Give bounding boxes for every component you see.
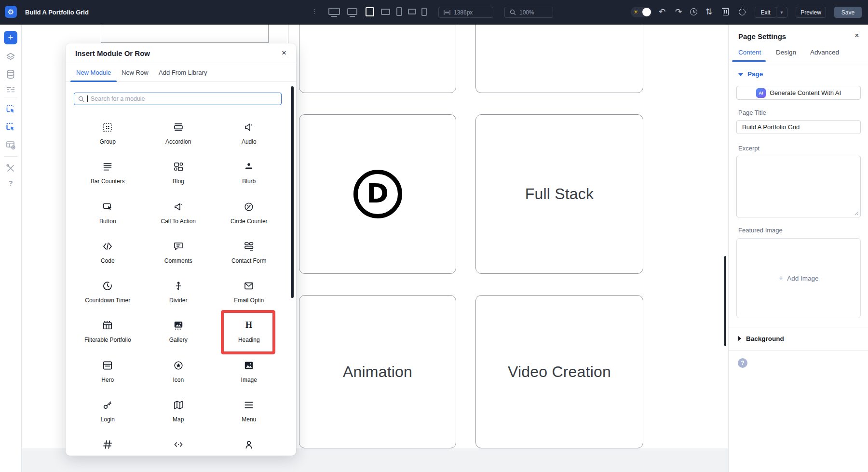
desktop2-view-icon[interactable] <box>347 8 357 15</box>
module-item-map[interactable]: Map <box>143 396 214 436</box>
ai-badge-icon: AI <box>756 88 766 98</box>
insert-module-active-icon[interactable] <box>5 121 16 133</box>
module-item-button[interactable]: Button <box>72 198 143 238</box>
portfolio-card-logo[interactable]: D <box>299 114 456 274</box>
module-item[interactable] <box>214 436 285 456</box>
module-item-countdown-timer[interactable]: Countdown Timer <box>72 277 143 317</box>
modal-close-icon[interactable]: × <box>279 48 289 58</box>
tools-icon[interactable] <box>5 162 16 174</box>
module-item-bar-counters[interactable]: Bar Counters <box>72 158 143 198</box>
module-item[interactable] <box>72 436 143 456</box>
generate-content-ai-button[interactable]: AI Generate Content With AI <box>736 86 861 100</box>
tab-content[interactable]: Content <box>738 46 761 59</box>
canvas-scrollbar[interactable] <box>724 256 726 346</box>
exit-button[interactable]: Exit <box>755 7 776 18</box>
builder-settings-icon[interactable]: ⚙ <box>5 6 17 18</box>
module-item-comments[interactable]: Comments <box>143 238 214 277</box>
circlecounter-icon <box>243 201 255 213</box>
module-item-blurb[interactable]: Blurb <box>214 158 285 198</box>
featured-image-box[interactable]: + Add Image <box>736 238 861 318</box>
layers-icon[interactable] <box>5 51 16 63</box>
tab-advanced[interactable]: Advanced <box>810 46 839 59</box>
page-section-toggle[interactable]: Page <box>738 70 763 78</box>
portfolio-card-animation[interactable]: Animation <box>299 295 456 448</box>
module-item-blog[interactable]: Blog <box>143 158 214 198</box>
width-value: 1386px <box>454 9 473 16</box>
power-icon[interactable] <box>736 6 748 18</box>
portfolio-card-video-creation[interactable]: Video Creation <box>475 295 643 448</box>
module-search-input[interactable]: Search for a module <box>74 93 282 105</box>
module-item-code[interactable]: Code <box>72 238 143 277</box>
emailoptin-icon <box>243 280 255 292</box>
trash-icon[interactable] <box>720 6 732 18</box>
zoom-view-icon[interactable] <box>366 7 374 16</box>
background-section-toggle[interactable]: Background <box>738 335 784 342</box>
add-button[interactable]: + <box>4 31 17 44</box>
cta-icon <box>173 201 184 213</box>
panel-close-icon[interactable]: × <box>852 31 862 40</box>
left-sidebar: + ? <box>0 25 22 472</box>
module-item-filterable-portfolio[interactable]: Filterable Portfolio <box>72 317 143 356</box>
panel-help-icon[interactable]: ? <box>738 358 747 368</box>
help-icon[interactable]: ? <box>5 179 16 190</box>
portfolio-card[interactable] <box>475 25 643 93</box>
page-title-input[interactable]: Build A Portfolio Grid <box>736 120 861 134</box>
module-label: Circle Counter <box>231 218 268 225</box>
module-item-login[interactable]: Login <box>72 396 143 436</box>
comments-icon <box>173 241 184 252</box>
tab-add-from-library[interactable]: Add From Library <box>159 63 207 82</box>
undo-icon[interactable]: ↶ <box>656 6 668 18</box>
module-item-icon[interactable]: Icon <box>143 357 214 396</box>
wireframe-rows-icon[interactable] <box>5 84 16 95</box>
module-label: Filterable Portfolio <box>84 337 131 343</box>
module-item[interactable] <box>143 436 214 456</box>
desktop-view-icon[interactable] <box>328 8 340 15</box>
module-label: Audio <box>242 138 257 145</box>
module-item-contact-form[interactable]: Contact Form <box>214 238 285 277</box>
card-label: Animation <box>343 363 412 381</box>
tab-new-module[interactable]: New Module <box>76 63 111 82</box>
modal-scrollbar[interactable] <box>291 86 294 298</box>
excerpt-textarea[interactable] <box>736 156 861 217</box>
tab-design[interactable]: Design <box>776 46 796 59</box>
phone-view-icon[interactable] <box>421 8 427 16</box>
module-item-menu[interactable]: Menu <box>214 396 285 436</box>
module-item-accordion[interactable]: Accordion <box>143 119 214 158</box>
save-button[interactable]: Save <box>834 7 862 18</box>
zoom-field[interactable]: 100% <box>504 7 553 18</box>
responsive-width-field[interactable]: 1386px <box>438 7 493 18</box>
module-item-image[interactable]: Image <box>214 357 285 396</box>
exit-dropdown-button[interactable]: ▼ <box>776 7 787 18</box>
tab-new-row[interactable]: New Row <box>122 63 149 82</box>
module-label: Login <box>101 416 115 423</box>
table-settings-icon[interactable] <box>5 139 16 151</box>
portfolio-card[interactable] <box>299 25 456 93</box>
module-item-hero[interactable]: Hero <box>72 357 143 396</box>
drag-handle-icon[interactable]: ⋮ <box>312 8 313 15</box>
preview-button[interactable]: Preview <box>796 7 826 18</box>
module-item-audio[interactable]: Audio <box>214 119 285 158</box>
codearrows-icon <box>173 439 184 450</box>
light-dark-toggle[interactable]: ☀ <box>631 7 652 17</box>
history-icon[interactable] <box>688 6 699 18</box>
module-item-divider[interactable]: Divider <box>143 277 214 317</box>
portfolio-card-full-stack[interactable]: Full Stack <box>475 114 643 274</box>
module-item-call-to-action[interactable]: Call To Action <box>143 198 214 238</box>
module-item-gallery[interactable]: Gallery <box>143 317 214 356</box>
tablet-landscape-view-icon[interactable] <box>381 9 390 15</box>
redo-icon[interactable]: ↷ <box>673 6 684 18</box>
module-label: Map <box>173 416 184 423</box>
database-icon[interactable] <box>5 68 16 80</box>
featured-image-label: Featured Image <box>738 227 783 234</box>
tablet-view-icon[interactable] <box>396 7 402 16</box>
module-item-group[interactable]: Group <box>72 119 143 158</box>
insert-module-icon[interactable] <box>5 103 16 115</box>
contactform-icon <box>243 241 255 252</box>
module-item-circle-counter[interactable]: Circle Counter <box>214 198 285 238</box>
modal-header: Insert Module Or Row × <box>66 43 296 63</box>
map-icon <box>173 399 184 411</box>
phone-landscape-view-icon[interactable] <box>408 9 416 14</box>
page-title: Build A Portfolio Grid <box>25 0 89 25</box>
zoom-value: 100% <box>519 9 534 16</box>
sort-arrows-icon[interactable]: ⇅ <box>703 6 715 18</box>
